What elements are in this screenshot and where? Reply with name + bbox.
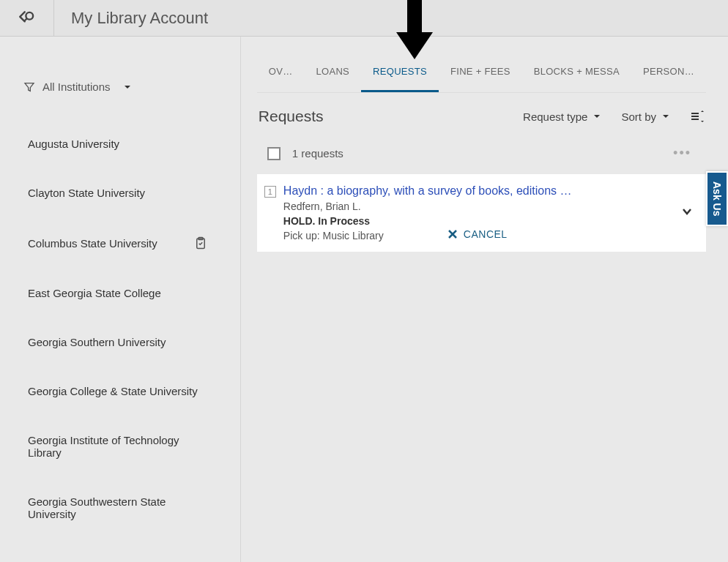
sidebar-item-georgia-tech[interactable]: Georgia Institute of Technology Library [21, 416, 240, 477]
request-type-dropdown[interactable]: Request type [523, 110, 601, 123]
request-type-label: Request type [523, 110, 587, 123]
tab-personal[interactable]: PERSON… [631, 53, 706, 92]
sidebar-item-label: Clayton State University [28, 187, 145, 199]
more-options-button[interactable]: ••• [673, 146, 691, 161]
clipboard-check-icon [194, 236, 207, 250]
institution-list: Augusta University Clayton State Univers… [21, 119, 240, 539]
ask-us-button[interactable]: Ask Us [706, 171, 728, 226]
tab-requests[interactable]: REQUESTS [361, 53, 439, 92]
institution-filter[interactable]: All Institutions [21, 80, 240, 93]
tab-blocks[interactable]: BLOCKS + MESSA [522, 53, 631, 92]
sidebar-item-georgia-college[interactable]: Georgia College & State University [21, 367, 240, 416]
select-all-checkbox[interactable] [267, 147, 281, 160]
back-search-button[interactable] [0, 0, 54, 37]
sidebar-item-label: Georgia College & State University [28, 385, 198, 397]
filter-label: All Institutions [42, 80, 111, 93]
request-title-link[interactable]: Haydn : a biography, with a survey of bo… [283, 184, 693, 198]
card-index: 1 [264, 186, 276, 198]
tab-fines[interactable]: FINE + FEES [439, 53, 522, 92]
sidebar-item-east-georgia[interactable]: East Georgia State College [21, 269, 240, 318]
chevron-down-icon [124, 83, 131, 91]
expand-card-button[interactable] [681, 206, 693, 220]
sidebar-item-augusta[interactable]: Augusta University [21, 119, 240, 168]
page-title: My Library Account [54, 9, 208, 28]
sidebar-item-georgia-southern[interactable]: Georgia Southern University [21, 318, 240, 367]
chevron-down-icon [681, 206, 693, 217]
sidebar-item-label: Columbus State University [28, 237, 157, 250]
sort-by-dropdown[interactable]: Sort by [621, 110, 669, 123]
sidebar-item-label: Augusta University [28, 138, 119, 150]
sidebar-item-columbus[interactable]: Columbus State University [21, 217, 240, 269]
sidebar-item-label: Georgia Southern University [28, 336, 166, 348]
sidebar-item-clayton[interactable]: Clayton State University [21, 168, 240, 217]
cancel-label: CANCEL [464, 228, 508, 240]
chevron-down-icon [593, 113, 601, 120]
tabs: OV… LOANS REQUESTS FINE + FEES BLOCKS + … [257, 53, 706, 93]
request-card: 1 Haydn : a biography, with a survey of … [257, 174, 706, 252]
cancel-request-button[interactable]: CANCEL [447, 228, 508, 240]
sort-by-label: Sort by [621, 110, 656, 123]
request-status: HOLD. In Process [283, 215, 693, 227]
section-title: Requests [259, 108, 324, 125]
svg-line-1 [24, 18, 26, 20]
sidebar-item-label: Georgia Southwestern State University [28, 495, 207, 520]
main-content: OV… LOANS REQUESTS FINE + FEES BLOCKS + … [241, 37, 728, 562]
sort-direction-button[interactable] [690, 110, 705, 123]
request-author: Redfern, Brian L. [283, 201, 693, 212]
sidebar: All Institutions Augusta University Clay… [0, 37, 241, 562]
filter-icon [23, 81, 35, 93]
tab-loans[interactable]: LOANS [305, 53, 362, 92]
sidebar-item-georgia-southwestern[interactable]: Georgia Southwestern State University [21, 477, 240, 539]
close-icon [447, 229, 458, 239]
request-count: 1 requests [292, 147, 343, 160]
chevron-down-icon [662, 113, 669, 120]
tab-overview[interactable]: OV… [257, 53, 305, 92]
sidebar-item-label: Georgia Institute of Technology Library [28, 434, 207, 459]
sidebar-item-label: East Georgia State College [28, 287, 161, 299]
